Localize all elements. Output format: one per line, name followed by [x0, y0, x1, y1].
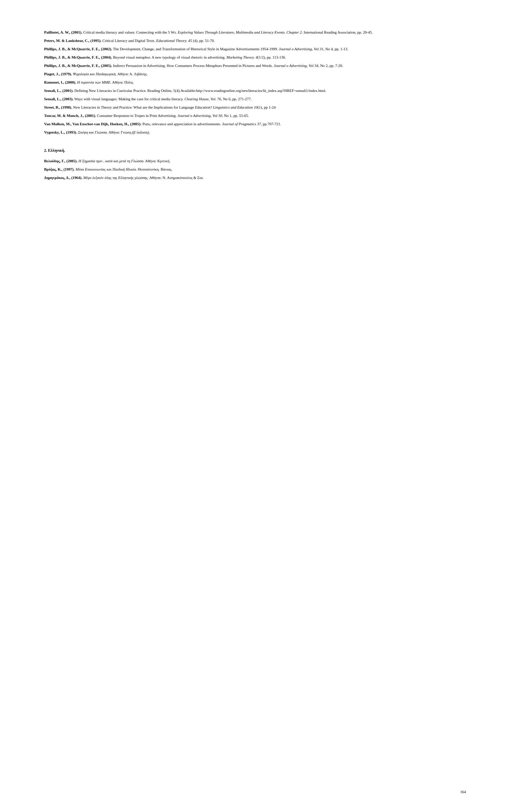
ref-semali-2003: Semali, L., (2003). Ways with visual lan…	[44, 96, 466, 102]
ref-author: Toncar, M. & Munch, J., (2001).	[44, 114, 96, 118]
ref-dimitrakos: Δημητράκος, Δ., (1964). Μέγα λεξικόν όλη…	[44, 175, 466, 181]
ref-street: Street, B., (1998). New Literacies in Th…	[44, 105, 466, 110]
ref-author: Semali, L., (2001).	[44, 88, 73, 93]
ref-phillips-2004: Phillips, J. B., & McQuarrie, F. E., (20…	[44, 54, 466, 60]
ref-veloudis: Βελούδης, Γ., (2005). Η Σημασία πριν , κ…	[44, 158, 466, 164]
ref-author: Van Mulken, M., Van Enschot-van Dijk, Ho…	[44, 122, 142, 126]
ref-author: Pailliotet, A. W., (2001).	[44, 30, 82, 34]
ref-title: Educational Theory. 45	[156, 38, 192, 42]
ref-title: Journal o Advertising, Vol 34,	[274, 63, 319, 68]
ref-author: Phillips, J. B., & McQuarrie, F. E., (20…	[44, 55, 112, 59]
ref-phillips-2002: Phillips, J. B., & McQuarrie, F. E., (20…	[44, 46, 466, 52]
ref-piaget: Piaget, J., (1979). Ψυχολογία και Παιδαγ…	[44, 71, 466, 77]
ref-title: Μέσα Επικοινωνίας και Παιδική Ηλικία.	[76, 167, 137, 171]
ref-author: Vygotsky, L., (1993).	[44, 130, 77, 134]
ref-author: Phillips, J. B., & McQuarrie, F. E., (20…	[44, 47, 112, 51]
ref-vygotsky: Vygotsky, L., (1993). Σκέψη και Γλώσσα. …	[44, 129, 466, 135]
ref-author: Phillips, J. B., & McQuarrie, F. E., (20…	[44, 63, 112, 68]
ref-title: Η Σημασία πριν , κατά και μετά τη Γλώσσα…	[79, 159, 144, 163]
ref-ramonet: Ramonet, I., (2000). Η τυραννία των ΜΜΕ.…	[44, 79, 466, 85]
section-2-heading: 2. Ελληνική.	[44, 148, 466, 154]
ref-peters: Peters, M. & Lankshear, C., (1995). Crit…	[44, 38, 466, 44]
ref-author: Βελούδης, Γ., (2005).	[44, 159, 78, 163]
ref-title: Journal o Advertising, Vol 31,	[279, 47, 324, 51]
ref-author: Semali, L., (2003).	[44, 97, 73, 101]
ref-vryzas: Βρύζας, Κ., (1997). Μέσα Επικοινωνίας κα…	[44, 167, 466, 172]
greek-references-section: Βελούδης, Γ., (2005). Η Σημασία πριν , κ…	[44, 158, 466, 181]
ref-semali-2001: Semali, L., (2001). Defining New Literac…	[44, 88, 466, 94]
ref-title: Marketing Theory. 4	[226, 55, 258, 59]
ref-pailliotet: Pailliotet, A. W., (2001). Critical medi…	[44, 29, 466, 35]
ref-title: Μέγα λεξικόν όλης της Ελληνικής γλώσσης.	[83, 175, 148, 180]
references-section: Pailliotet, A. W., (2001). Critical medi…	[44, 29, 466, 135]
ref-title: Η τυραννία των ΜΜΕ.	[77, 80, 112, 84]
ref-author: Δημητράκος, Δ., (1964).	[44, 175, 82, 180]
page-number: 164	[460, 789, 466, 795]
ref-title: Clearing House, Vol. 76,	[184, 97, 222, 101]
ref-author: Peters, M. & Lankshear, C., (1995).	[44, 38, 101, 42]
ref-toncar: Toncar, M. & Munch, J., (2001). Consumer…	[44, 113, 466, 119]
ref-title: Journal o Advertising, Vol 30,	[178, 114, 223, 118]
page: Pailliotet, A. W., (2001). Critical medi…	[0, 0, 510, 812]
ref-author: Βρύζας, Κ., (1997).	[44, 167, 74, 171]
ref-author: Street, B., (1998).	[44, 105, 72, 109]
ref-author: Ramonet, I., (2000).	[44, 80, 76, 84]
ref-title: Linguistics and Education 10	[213, 105, 258, 109]
ref-title: Σκέψη και Γλώσσα.	[78, 130, 108, 134]
ref-phillips-2005: Phillips, J. B., & McQuarrie, F. E., (20…	[44, 63, 466, 69]
ref-author: Piaget, J., (1979).	[44, 72, 72, 76]
ref-vanmulken: Van Mulken, M., Van Enschot-van Dijk, Ho…	[44, 121, 466, 127]
ref-title: Journal of Pragmatics 37,	[222, 122, 262, 126]
ref-title: Exploring Values Through Literature, Mul…	[178, 30, 303, 34]
ref-title: Ψυχολογία και Παιδαγωγική.	[73, 72, 117, 76]
